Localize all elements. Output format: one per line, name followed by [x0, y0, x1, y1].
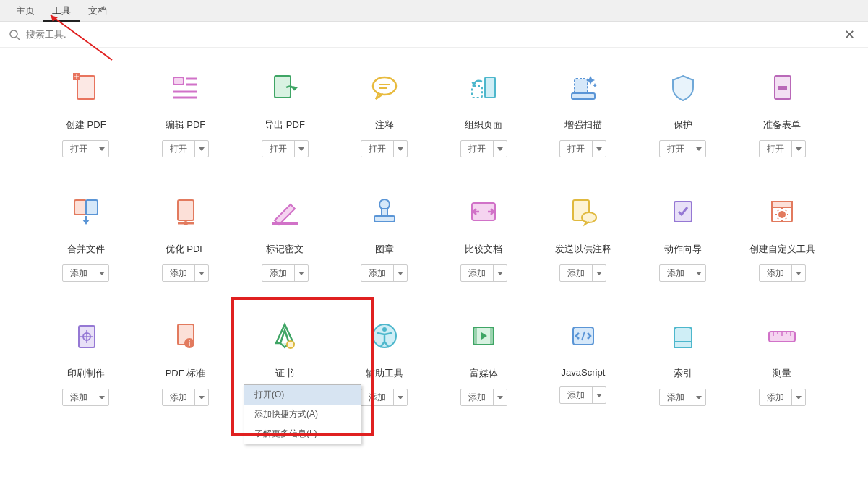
tool-action-button[interactable]: 添加 — [163, 389, 195, 405]
svg-marker-77 — [596, 394, 602, 397]
tool-action-dropdown[interactable] — [792, 265, 805, 281]
svg-rect-25 — [572, 93, 595, 99]
search-input[interactable] — [26, 29, 840, 40]
tool-action-button[interactable]: 打开 — [163, 141, 195, 157]
tab-home[interactable]: 主页 — [7, 0, 43, 22]
tool-action-button[interactable]: 打开 — [560, 141, 593, 157]
tool-action-dropdown[interactable] — [195, 389, 208, 405]
tool-label: 编辑 PDF — [166, 118, 206, 131]
tool-action-dropdown[interactable] — [394, 141, 407, 157]
tool-action-button[interactable]: 添加 — [63, 265, 95, 281]
dropdown-learn-more[interactable]: 了解更多信息(L) — [244, 424, 361, 444]
tool-action: 添加 — [460, 389, 507, 406]
tool-action-button[interactable]: 打开 — [262, 141, 295, 157]
svg-point-48 — [582, 212, 596, 222]
tool-action-button[interactable]: 添加 — [760, 389, 792, 405]
tool-action-button[interactable]: 添加 — [262, 265, 295, 281]
tool-action-dropdown[interactable] — [195, 141, 208, 157]
action-wizard-icon[interactable] — [665, 194, 701, 230]
dropdown-open[interactable]: 打开(O) — [244, 385, 361, 405]
rich-media-icon[interactable] — [465, 318, 502, 354]
tool-action-button[interactable]: 添加 — [660, 265, 692, 281]
tool-action-dropdown[interactable] — [593, 141, 606, 157]
accessibility-icon[interactable] — [366, 318, 403, 354]
tool-action-dropdown[interactable] — [394, 389, 407, 405]
tool-protect: 保护打开 — [640, 69, 726, 157]
tool-action-dropdown[interactable] — [792, 141, 805, 157]
index-icon[interactable] — [665, 318, 701, 354]
tool-action-button[interactable]: 打开 — [361, 141, 394, 157]
tool-action: 添加 — [659, 264, 706, 282]
custom-tool-icon[interactable] — [764, 194, 800, 230]
tool-action-button[interactable]: 打开 — [461, 141, 494, 157]
tool-action-button[interactable]: 添加 — [660, 389, 692, 405]
tool-action-button[interactable]: 添加 — [560, 387, 593, 403]
tool-action-dropdown[interactable] — [195, 265, 208, 281]
tool-action-dropdown[interactable] — [494, 265, 507, 281]
javascript-icon[interactable] — [565, 318, 601, 354]
tool-label: PDF 标准 — [166, 367, 206, 380]
tab-tools[interactable]: 工具 — [43, 0, 80, 22]
tool-action-button[interactable]: 添加 — [361, 265, 394, 281]
svg-marker-19 — [398, 147, 403, 151]
create-pdf-icon[interactable] — [68, 69, 104, 105]
tool-action-dropdown[interactable] — [792, 389, 805, 405]
combine-files-icon[interactable] — [68, 194, 104, 230]
comment-icon[interactable] — [366, 69, 403, 105]
tool-action: 添加 — [162, 264, 209, 282]
send-review-icon[interactable] — [565, 194, 601, 230]
tool-action-dropdown[interactable] — [593, 387, 606, 403]
tool-action-dropdown[interactable] — [95, 265, 108, 281]
tool-action: 添加 — [559, 386, 606, 404]
tool-action-dropdown[interactable] — [692, 389, 705, 405]
stamp-icon[interactable] — [366, 194, 403, 230]
enhance-scan-icon[interactable] — [565, 69, 601, 105]
tool-action-button[interactable]: 添加 — [63, 389, 95, 405]
edit-pdf-icon[interactable] — [167, 69, 203, 105]
compare-icon[interactable] — [465, 194, 502, 230]
tool-action-button[interactable]: 打开 — [660, 141, 692, 157]
tool-action-button[interactable]: 打开 — [760, 141, 792, 157]
tool-action-dropdown[interactable] — [692, 265, 705, 281]
tool-label: 保护 — [674, 118, 692, 131]
tool-action-button[interactable]: 添加 — [760, 265, 792, 281]
organize-pages-icon[interactable] — [465, 69, 502, 105]
measure-icon[interactable] — [764, 318, 800, 354]
close-icon[interactable]: ✕ — [840, 27, 859, 43]
tool-action-button[interactable]: 添加 — [361, 389, 394, 405]
tool-prepare-form: 准备表单打开 — [739, 69, 825, 157]
svg-marker-15 — [298, 147, 304, 151]
tool-action-dropdown[interactable] — [494, 389, 507, 405]
tool-action-dropdown[interactable] — [95, 389, 108, 405]
tab-docs[interactable]: 文档 — [80, 0, 116, 22]
prepare-form-icon[interactable] — [764, 69, 800, 105]
export-pdf-icon[interactable] — [267, 69, 303, 105]
tool-compare: 比较文档添加 — [442, 194, 527, 282]
svg-rect-7 — [173, 77, 184, 85]
tool-action-button[interactable]: 打开 — [63, 141, 95, 157]
tool-action-button[interactable]: 添加 — [560, 265, 593, 281]
tool-action-button[interactable]: 添加 — [163, 265, 195, 281]
tool-action-dropdown[interactable] — [295, 265, 308, 281]
svg-rect-53 — [772, 202, 792, 207]
pdf-standards-icon[interactable]: i — [167, 318, 203, 354]
tool-action-dropdown[interactable] — [494, 141, 507, 157]
certificates-icon[interactable] — [267, 318, 303, 354]
tool-action-dropdown[interactable] — [692, 141, 705, 157]
svg-marker-64 — [199, 396, 205, 399]
svg-rect-35 — [178, 200, 194, 220]
dropdown-add-shortcut[interactable]: 添加快捷方式(A) — [244, 405, 361, 424]
svg-rect-20 — [485, 77, 495, 98]
tool-label: 证书 — [275, 367, 294, 380]
tool-action-dropdown[interactable] — [295, 141, 308, 157]
tool-action-dropdown[interactable] — [95, 141, 108, 157]
redact-icon[interactable] — [267, 194, 303, 230]
tool-action-button[interactable]: 添加 — [461, 265, 494, 281]
optimize-pdf-icon[interactable] — [167, 194, 203, 230]
tool-action-dropdown[interactable] — [593, 265, 606, 281]
protect-icon[interactable] — [665, 69, 701, 105]
print-production-icon[interactable] — [68, 318, 104, 354]
tool-action: 添加 — [460, 264, 507, 282]
tool-action-dropdown[interactable] — [394, 265, 407, 281]
tool-action-button[interactable]: 添加 — [461, 389, 494, 405]
